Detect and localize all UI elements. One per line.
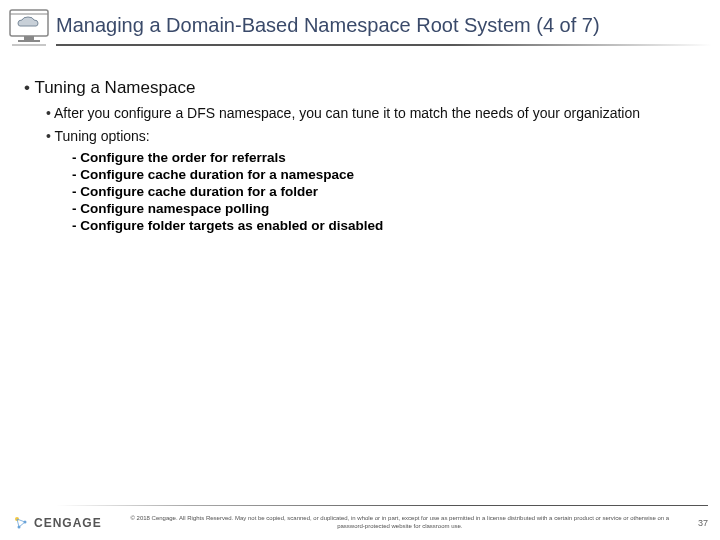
slide-content: Tuning a Namespace After you configure a… xyxy=(0,48,720,233)
sub-bullet-2: Tuning options: xyxy=(46,127,696,146)
heading-bullet: Tuning a Namespace xyxy=(24,78,696,98)
cengage-mark-icon xyxy=(12,514,30,532)
brand-logo: CENGAGE xyxy=(12,514,102,532)
svg-rect-2 xyxy=(24,36,34,40)
footer-divider xyxy=(56,505,708,506)
option-1: Configure the order for referrals xyxy=(72,150,696,165)
option-2: Configure cache duration for a namespace xyxy=(72,167,696,182)
option-5: Configure folder targets as enabled or d… xyxy=(72,218,696,233)
brand-text: CENGAGE xyxy=(34,516,102,530)
slide-title: Managing a Domain-Based Namespace Root S… xyxy=(56,14,600,41)
option-3: Configure cache duration for a folder xyxy=(72,184,696,199)
option-4: Configure namespace polling xyxy=(72,201,696,216)
title-divider xyxy=(56,44,712,46)
sub-bullet-1: After you configure a DFS namespace, you… xyxy=(46,104,696,123)
slide-footer: CENGAGE © 2018 Cengage. All Rights Reser… xyxy=(0,514,720,532)
svg-rect-3 xyxy=(18,40,40,42)
monitor-cloud-icon xyxy=(8,8,50,46)
svg-rect-4 xyxy=(12,44,46,46)
copyright-text: © 2018 Cengage. All Rights Reserved. May… xyxy=(102,515,698,531)
page-number: 37 xyxy=(698,518,708,528)
